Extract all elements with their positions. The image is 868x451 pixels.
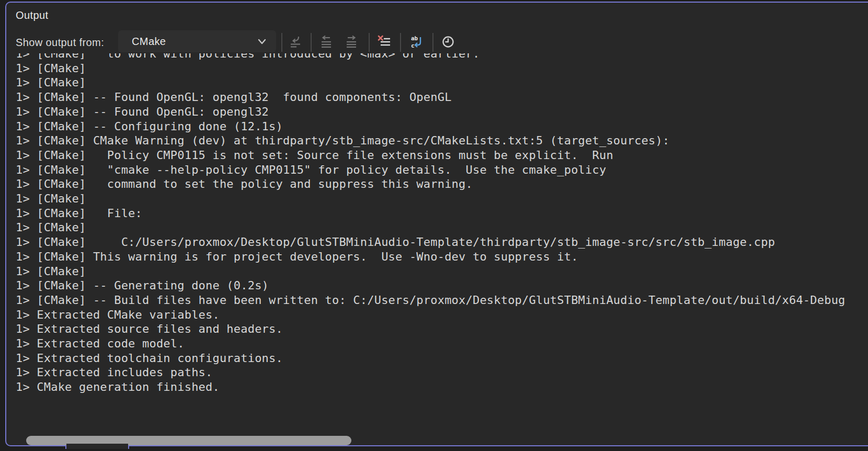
console-line: 1> [CMake] This warning is for project d… — [16, 250, 868, 264]
console-line: 1> [CMake] -- Found OpenGL: opengl32 fou… — [16, 90, 868, 105]
previous-message-icon — [318, 34, 334, 51]
console-line: 1> [CMake] to work with policies introdu… — [16, 53, 868, 61]
show-output-from-label: Show output from: — [16, 31, 104, 53]
find-message-button[interactable] — [286, 33, 305, 52]
find-message-icon — [288, 34, 303, 51]
toolbar-separator — [432, 33, 433, 52]
toolbar-separator — [281, 33, 282, 52]
word-wrap-icon-text-top: ab — [411, 35, 418, 42]
previous-message-button[interactable] — [317, 33, 336, 52]
console-line: 1> [CMake] "cmake --help-policy CMP0115"… — [16, 163, 868, 177]
word-wrap-button[interactable]: ab c — [407, 33, 426, 52]
bottom-tab-notch — [66, 444, 128, 449]
bottom-tab-notch-left-edge — [65, 445, 66, 449]
console-line: 1> [CMake] — [16, 61, 868, 76]
toolbar-separator — [311, 33, 312, 52]
console-line: 1> [CMake] — [16, 220, 868, 235]
output-source-value: CMake — [118, 36, 256, 48]
clear-all-icon — [376, 34, 392, 51]
bottom-tab-notch-right-edge — [128, 445, 129, 449]
console-line: 1> [CMake] C:/Users/proxmox/Desktop/Glut… — [16, 235, 868, 250]
timestamp-clock-icon — [440, 34, 456, 51]
clear-all-button[interactable] — [375, 33, 394, 52]
next-message-button[interactable] — [342, 33, 361, 52]
console-line: 1> [CMake] CMake Warning (dev) at thirdp… — [16, 133, 868, 148]
console-line: 1> Extracted CMake variables. — [16, 308, 868, 322]
output-source-dropdown[interactable]: CMake — [118, 30, 276, 52]
word-wrap-icon-text-bottom: c — [411, 42, 415, 49]
next-message-icon — [344, 34, 359, 51]
timestamp-button[interactable] — [439, 33, 458, 52]
console-line: 1> [CMake] — [16, 191, 868, 206]
console-lines: 1> [CMake] to work with policies introdu… — [16, 53, 868, 394]
output-tool-window: Output Show output from: CMake — [5, 2, 868, 446]
panel-title: Output — [16, 9, 48, 21]
console-line: 1> [CMake] -- Generating done (0.2s) — [16, 278, 868, 293]
console-line: 1> [CMake] — [16, 75, 868, 90]
console-line: 1> [CMake] -- Build files have been writ… — [16, 293, 868, 308]
console-line: 1> [CMake] command to set the policy and… — [16, 177, 868, 191]
console-line: 1> Extracted source files and headers. — [16, 322, 868, 336]
console-line: 1> [CMake] -- Found OpenGL: opengl32 — [16, 105, 868, 119]
console-line: 1> [CMake] Policy CMP0115 is not set: So… — [16, 148, 868, 163]
console-line: 1> Extracted code model. — [16, 336, 868, 351]
toolbar-separator — [369, 33, 370, 52]
chevron-down-icon — [256, 36, 268, 47]
word-wrap-icon: ab c — [409, 34, 425, 51]
console-line: 1> Extracted toolchain configurations. — [16, 351, 868, 366]
console-line: 1> Extracted includes paths. — [16, 365, 868, 380]
console-line: 1> [CMake] -- Configuring done (12.1s) — [16, 119, 868, 134]
console-line: 1> CMake generation finished. — [16, 380, 868, 394]
toolbar-separator — [400, 33, 401, 52]
console-line: 1> [CMake] — [16, 264, 868, 279]
console-line: 1> [CMake] File: — [16, 206, 868, 221]
console-output[interactable]: 1> [CMake] to work with policies introdu… — [16, 53, 868, 398]
